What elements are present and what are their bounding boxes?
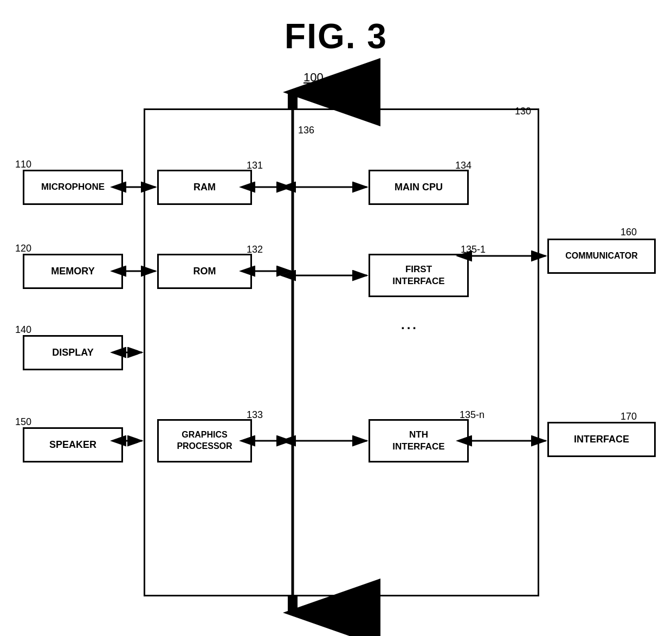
arrows-svg xyxy=(0,0,672,636)
diagram: FIG. 3 100 130 110 MICROPHONE 120 MEMORY… xyxy=(0,0,672,636)
ref-136: 136 xyxy=(298,125,314,136)
